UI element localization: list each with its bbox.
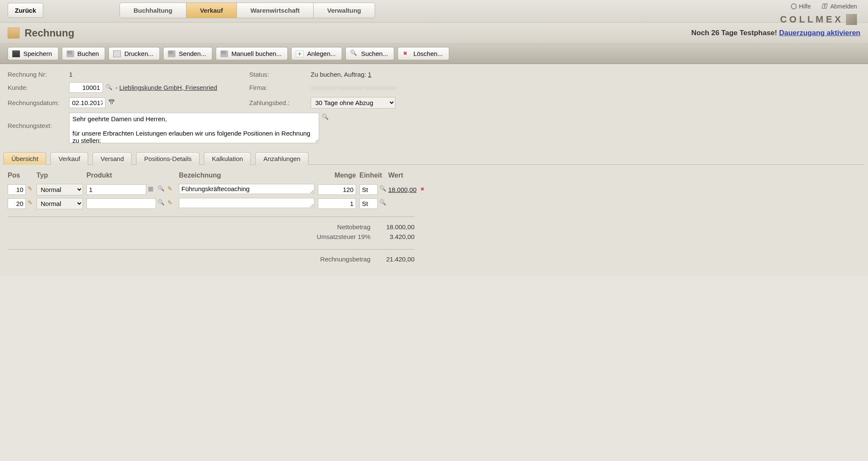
magnify-icon [350, 50, 358, 57]
title-bar: Rechnung Noch 26 Tage Testphase! Dauerzu… [0, 23, 868, 44]
subtab-versand[interactable]: Versand [92, 152, 132, 165]
type-select[interactable]: Normal [36, 184, 83, 195]
subtab-row: Übersicht Verkauf Versand Positions-Deta… [0, 152, 868, 165]
calendar-icon[interactable] [108, 100, 115, 107]
search-button[interactable]: Suchen... [345, 47, 394, 60]
book-button[interactable]: Buchen [62, 47, 106, 60]
main-nav-tabs: Buchhaltung Verkauf Warenwirtschaft Verw… [120, 3, 375, 18]
top-bar: Zurück Buchhaltung Verkauf Warenwirtscha… [0, 0, 868, 23]
action-toolbar: Speichern Buchen Drucken... Senden... Ma… [0, 44, 868, 64]
help-link[interactable]: Hilfe [791, 3, 811, 10]
totals-block: Nettobetrag18.000,00 Umsatzsteuer 19%3.4… [8, 217, 415, 264]
back-button[interactable]: Zurück [8, 3, 43, 18]
netto-label: Nettobetrag [337, 223, 370, 230]
product-input[interactable] [86, 198, 156, 209]
send-button[interactable]: Senden... [163, 47, 212, 60]
subtab-positions-details[interactable]: Positions-Details [136, 152, 200, 165]
customer-link[interactable]: Lieblingskunde GmbH, Friesenried [120, 84, 217, 91]
delete-row-icon[interactable] [420, 186, 427, 193]
printer-icon [113, 50, 121, 57]
pencil-icon[interactable] [28, 186, 32, 193]
field-invoice-nr: Rechnung Nr: 1 [8, 71, 245, 78]
magnify-icon[interactable] [322, 114, 329, 122]
pos-input[interactable] [8, 198, 26, 209]
magnify-icon[interactable] [379, 200, 384, 207]
invoice-icon [8, 28, 19, 39]
subtab-anzahlungen[interactable]: Anzahlungen [255, 152, 309, 165]
unit-input[interactable] [359, 198, 378, 209]
help-icon [791, 3, 797, 9]
tab-verwaltung[interactable]: Verwaltung [314, 3, 375, 18]
page-title: Rechnung [25, 27, 74, 39]
invoice-text-textarea[interactable] [69, 113, 319, 143]
envelope-icon [67, 50, 74, 57]
pencil-icon[interactable] [167, 200, 175, 207]
customer-nr-input[interactable] [69, 82, 103, 93]
subtab-verkauf[interactable]: Verkauf [50, 152, 88, 165]
field-invoice-text: Rechnungstext: [8, 113, 504, 143]
logout-link[interactable]: Abmelden [819, 3, 857, 10]
netto-value: 18.000,00 [376, 223, 415, 230]
date-input[interactable] [69, 97, 106, 108]
tab-buchhaltung[interactable]: Buchhaltung [120, 3, 186, 18]
field-payment-terms: Zahlungsbed.: 30 Tage ohne Abzug [249, 97, 504, 108]
invoice-nr-value: 1 [69, 71, 72, 78]
qty-input[interactable] [318, 184, 356, 195]
trial-message: Noch 26 Tage Testphase! Dauerzugang akti… [691, 29, 860, 37]
ust-label: Umsatzsteuer 19% [317, 233, 370, 240]
field-firma: Firma: ———— ———— ————— [249, 82, 504, 93]
description-input[interactable] [179, 198, 314, 208]
envelope-icon [220, 50, 228, 57]
order-link[interactable]: 1 [368, 71, 371, 78]
trial-activate-link[interactable]: Dauerzugang aktivieren [779, 29, 860, 37]
firma-value: ———— ———— ————— [311, 84, 397, 91]
tab-verkauf[interactable]: Verkauf [186, 3, 237, 18]
new-button[interactable]: Anlegen... [291, 47, 342, 60]
sum-value: 21.420,00 [376, 255, 415, 263]
card-icon[interactable] [148, 186, 155, 193]
sum-label: Rechnungsbetrag [320, 255, 370, 263]
subtab-kalkulation[interactable]: Kalkulation [204, 152, 251, 165]
delete-button[interactable]: Löschen... [398, 47, 449, 60]
grid-header: Pos Typ Produkt Bezeichnung Menge Einhei… [8, 169, 860, 183]
save-icon [12, 50, 20, 57]
grid-row: Normal [8, 197, 860, 211]
positions-grid: Pos Typ Produkt Bezeichnung Menge Einhei… [0, 165, 868, 277]
payment-terms-select[interactable]: 30 Tage ohne Abzug [311, 97, 395, 108]
grid-row: Normal 18.000,00 [8, 183, 860, 197]
type-select[interactable]: Normal [36, 198, 83, 209]
field-status: Status: Zu buchen, Auftrag: 1 [249, 71, 504, 78]
value-link[interactable]: 18.000,00 [388, 186, 417, 193]
unit-input[interactable] [359, 184, 378, 195]
brand-square-icon [846, 14, 857, 25]
product-input[interactable] [86, 184, 146, 195]
manual-book-button[interactable]: Manuell buchen... [216, 47, 288, 60]
invoice-form: Rechnung Nr: 1 Status: Zu buchen, Auftra… [0, 64, 868, 152]
pos-input[interactable] [8, 184, 26, 195]
magnify-icon[interactable] [158, 200, 165, 207]
ust-value: 3.420,00 [376, 233, 415, 240]
save-button[interactable]: Speichern [8, 47, 58, 60]
qty-input[interactable] [318, 198, 356, 209]
key-icon [820, 3, 827, 10]
field-date: Rechnungsdatum: [8, 97, 245, 108]
field-customer: Kunde: - Lieblingskunde GmbH, Friesenrie… [8, 82, 245, 93]
subtab-uebersicht[interactable]: Übersicht [3, 152, 46, 165]
pencil-icon[interactable] [167, 186, 175, 193]
description-input[interactable] [179, 184, 314, 194]
print-button[interactable]: Drucken... [108, 47, 159, 60]
pencil-icon[interactable] [28, 200, 32, 207]
delete-icon [402, 50, 410, 57]
magnify-icon[interactable] [158, 186, 165, 193]
magnify-icon[interactable] [379, 186, 384, 193]
brand-logo: COLLMEX [780, 14, 857, 25]
tab-warenwirtschaft[interactable]: Warenwirtschaft [237, 3, 314, 18]
magnify-icon[interactable] [106, 85, 113, 92]
envelope-icon [168, 50, 175, 57]
new-doc-icon [296, 50, 303, 57]
